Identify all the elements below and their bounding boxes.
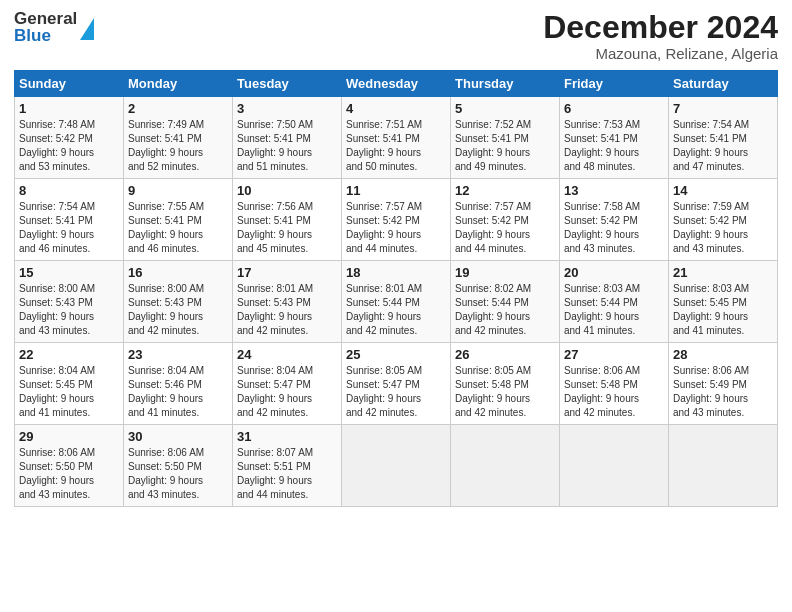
day-info: Sunrise: 8:04 AMSunset: 5:46 PMDaylight:… xyxy=(128,365,204,418)
day-number: 4 xyxy=(346,101,446,116)
day-number: 7 xyxy=(673,101,773,116)
calendar-cell: 26 Sunrise: 8:05 AMSunset: 5:48 PMDaylig… xyxy=(451,343,560,425)
header-row: Sunday Monday Tuesday Wednesday Thursday… xyxy=(15,71,778,97)
day-number: 19 xyxy=(455,265,555,280)
day-info: Sunrise: 8:06 AMSunset: 5:48 PMDaylight:… xyxy=(564,365,640,418)
col-saturday: Saturday xyxy=(669,71,778,97)
calendar-cell: 8 Sunrise: 7:54 AMSunset: 5:41 PMDayligh… xyxy=(15,179,124,261)
day-number: 8 xyxy=(19,183,119,198)
calendar-cell: 13 Sunrise: 7:58 AMSunset: 5:42 PMDaylig… xyxy=(560,179,669,261)
calendar-cell: 2 Sunrise: 7:49 AMSunset: 5:41 PMDayligh… xyxy=(124,97,233,179)
day-info: Sunrise: 8:00 AMSunset: 5:43 PMDaylight:… xyxy=(128,283,204,336)
col-wednesday: Wednesday xyxy=(342,71,451,97)
day-info: Sunrise: 7:59 AMSunset: 5:42 PMDaylight:… xyxy=(673,201,749,254)
day-info: Sunrise: 8:06 AMSunset: 5:50 PMDaylight:… xyxy=(128,447,204,500)
day-info: Sunrise: 7:53 AMSunset: 5:41 PMDaylight:… xyxy=(564,119,640,172)
day-number: 24 xyxy=(237,347,337,362)
day-number: 25 xyxy=(346,347,446,362)
day-info: Sunrise: 8:04 AMSunset: 5:45 PMDaylight:… xyxy=(19,365,95,418)
calendar-week-1: 1 Sunrise: 7:48 AMSunset: 5:42 PMDayligh… xyxy=(15,97,778,179)
calendar-cell: 22 Sunrise: 8:04 AMSunset: 5:45 PMDaylig… xyxy=(15,343,124,425)
subtitle: Mazouna, Relizane, Algeria xyxy=(543,45,778,62)
day-number: 18 xyxy=(346,265,446,280)
col-monday: Monday xyxy=(124,71,233,97)
day-info: Sunrise: 8:00 AMSunset: 5:43 PMDaylight:… xyxy=(19,283,95,336)
day-number: 28 xyxy=(673,347,773,362)
day-number: 12 xyxy=(455,183,555,198)
day-info: Sunrise: 7:52 AMSunset: 5:41 PMDaylight:… xyxy=(455,119,531,172)
calendar-cell: 12 Sunrise: 7:57 AMSunset: 5:42 PMDaylig… xyxy=(451,179,560,261)
calendar-week-3: 15 Sunrise: 8:00 AMSunset: 5:43 PMDaylig… xyxy=(15,261,778,343)
calendar-cell: 30 Sunrise: 8:06 AMSunset: 5:50 PMDaylig… xyxy=(124,425,233,507)
calendar-cell: 20 Sunrise: 8:03 AMSunset: 5:44 PMDaylig… xyxy=(560,261,669,343)
day-number: 23 xyxy=(128,347,228,362)
main-title: December 2024 xyxy=(543,10,778,45)
logo-text: General Blue xyxy=(14,10,77,44)
calendar-week-2: 8 Sunrise: 7:54 AMSunset: 5:41 PMDayligh… xyxy=(15,179,778,261)
day-number: 11 xyxy=(346,183,446,198)
day-info: Sunrise: 8:02 AMSunset: 5:44 PMDaylight:… xyxy=(455,283,531,336)
calendar-cell: 3 Sunrise: 7:50 AMSunset: 5:41 PMDayligh… xyxy=(233,97,342,179)
calendar-cell: 28 Sunrise: 8:06 AMSunset: 5:49 PMDaylig… xyxy=(669,343,778,425)
calendar-cell: 17 Sunrise: 8:01 AMSunset: 5:43 PMDaylig… xyxy=(233,261,342,343)
calendar-cell: 31 Sunrise: 8:07 AMSunset: 5:51 PMDaylig… xyxy=(233,425,342,507)
calendar-cell xyxy=(560,425,669,507)
calendar-cell: 16 Sunrise: 8:00 AMSunset: 5:43 PMDaylig… xyxy=(124,261,233,343)
day-info: Sunrise: 8:06 AMSunset: 5:49 PMDaylight:… xyxy=(673,365,749,418)
day-info: Sunrise: 7:58 AMSunset: 5:42 PMDaylight:… xyxy=(564,201,640,254)
calendar-cell xyxy=(669,425,778,507)
logo-arrow-icon xyxy=(80,18,94,40)
day-info: Sunrise: 8:03 AMSunset: 5:44 PMDaylight:… xyxy=(564,283,640,336)
col-sunday: Sunday xyxy=(15,71,124,97)
day-info: Sunrise: 7:57 AMSunset: 5:42 PMDaylight:… xyxy=(455,201,531,254)
day-info: Sunrise: 7:54 AMSunset: 5:41 PMDaylight:… xyxy=(19,201,95,254)
day-info: Sunrise: 8:03 AMSunset: 5:45 PMDaylight:… xyxy=(673,283,749,336)
day-info: Sunrise: 7:50 AMSunset: 5:41 PMDaylight:… xyxy=(237,119,313,172)
day-number: 30 xyxy=(128,429,228,444)
day-number: 14 xyxy=(673,183,773,198)
day-info: Sunrise: 8:04 AMSunset: 5:47 PMDaylight:… xyxy=(237,365,313,418)
day-info: Sunrise: 7:49 AMSunset: 5:41 PMDaylight:… xyxy=(128,119,204,172)
calendar-cell: 27 Sunrise: 8:06 AMSunset: 5:48 PMDaylig… xyxy=(560,343,669,425)
day-number: 5 xyxy=(455,101,555,116)
calendar-cell: 15 Sunrise: 8:00 AMSunset: 5:43 PMDaylig… xyxy=(15,261,124,343)
calendar-cell: 23 Sunrise: 8:04 AMSunset: 5:46 PMDaylig… xyxy=(124,343,233,425)
calendar-cell: 7 Sunrise: 7:54 AMSunset: 5:41 PMDayligh… xyxy=(669,97,778,179)
day-number: 6 xyxy=(564,101,664,116)
day-number: 17 xyxy=(237,265,337,280)
title-block: December 2024 Mazouna, Relizane, Algeria xyxy=(543,10,778,62)
calendar-cell: 29 Sunrise: 8:06 AMSunset: 5:50 PMDaylig… xyxy=(15,425,124,507)
day-info: Sunrise: 7:56 AMSunset: 5:41 PMDaylight:… xyxy=(237,201,313,254)
calendar-week-4: 22 Sunrise: 8:04 AMSunset: 5:45 PMDaylig… xyxy=(15,343,778,425)
day-number: 3 xyxy=(237,101,337,116)
day-info: Sunrise: 7:51 AMSunset: 5:41 PMDaylight:… xyxy=(346,119,422,172)
calendar-cell: 1 Sunrise: 7:48 AMSunset: 5:42 PMDayligh… xyxy=(15,97,124,179)
day-number: 9 xyxy=(128,183,228,198)
day-number: 2 xyxy=(128,101,228,116)
calendar-cell: 21 Sunrise: 8:03 AMSunset: 5:45 PMDaylig… xyxy=(669,261,778,343)
col-thursday: Thursday xyxy=(451,71,560,97)
day-number: 29 xyxy=(19,429,119,444)
day-number: 15 xyxy=(19,265,119,280)
day-number: 1 xyxy=(19,101,119,116)
calendar-cell xyxy=(451,425,560,507)
col-friday: Friday xyxy=(560,71,669,97)
calendar-cell: 25 Sunrise: 8:05 AMSunset: 5:47 PMDaylig… xyxy=(342,343,451,425)
col-tuesday: Tuesday xyxy=(233,71,342,97)
calendar-cell: 4 Sunrise: 7:51 AMSunset: 5:41 PMDayligh… xyxy=(342,97,451,179)
calendar-cell: 19 Sunrise: 8:02 AMSunset: 5:44 PMDaylig… xyxy=(451,261,560,343)
day-info: Sunrise: 8:05 AMSunset: 5:48 PMDaylight:… xyxy=(455,365,531,418)
day-info: Sunrise: 8:06 AMSunset: 5:50 PMDaylight:… xyxy=(19,447,95,500)
calendar-cell: 14 Sunrise: 7:59 AMSunset: 5:42 PMDaylig… xyxy=(669,179,778,261)
calendar-cell: 24 Sunrise: 8:04 AMSunset: 5:47 PMDaylig… xyxy=(233,343,342,425)
page-container: General Blue December 2024 Mazouna, Reli… xyxy=(0,0,792,515)
logo-blue: Blue xyxy=(14,27,77,44)
day-info: Sunrise: 7:54 AMSunset: 5:41 PMDaylight:… xyxy=(673,119,749,172)
day-info: Sunrise: 7:55 AMSunset: 5:41 PMDaylight:… xyxy=(128,201,204,254)
header: General Blue December 2024 Mazouna, Reli… xyxy=(14,10,778,62)
day-number: 10 xyxy=(237,183,337,198)
day-number: 27 xyxy=(564,347,664,362)
day-number: 31 xyxy=(237,429,337,444)
logo-general: General xyxy=(14,10,77,27)
calendar-cell: 11 Sunrise: 7:57 AMSunset: 5:42 PMDaylig… xyxy=(342,179,451,261)
